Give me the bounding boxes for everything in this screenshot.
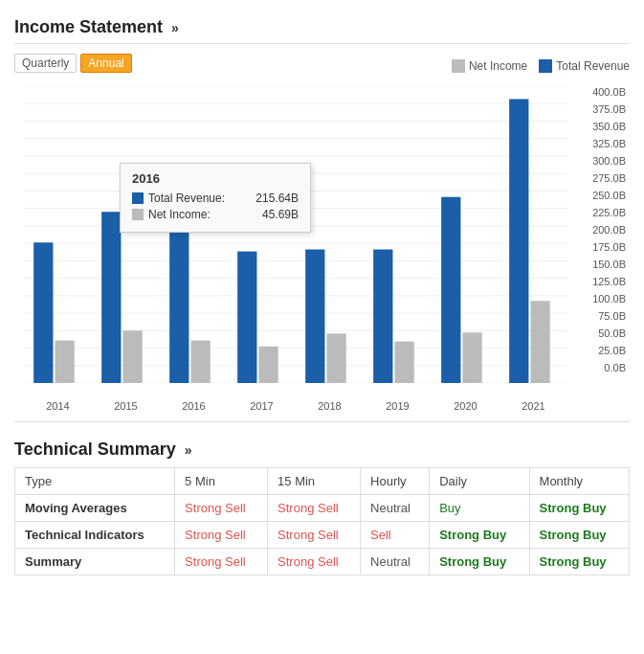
bar-2018-netincome [326, 333, 345, 383]
col-hourly: Hourly [361, 468, 430, 495]
cell-2: Strong Sell [268, 549, 361, 575]
x-label-2014: 2014 [24, 400, 92, 412]
chart-svg-container: 2016 Total Revenue: 215.64B Net Income: [24, 86, 567, 383]
y-label: 25.0B [598, 345, 626, 356]
cell-3: Sell [361, 522, 430, 549]
col-15min: 15 Min [268, 468, 361, 495]
y-axis: 400.0B 375.0B 350.0B 325.0B 300.0B 275.0… [572, 86, 630, 373]
tooltip-revenue-row: Total Revenue: 215.64B [132, 192, 299, 205]
y-label: 175.0B [592, 241, 626, 253]
chart-tooltip: 2016 Total Revenue: 215.64B Net Income: [120, 163, 311, 233]
net-income-legend-label: Net Income [469, 59, 527, 73]
bar-2021-revenue[interactable] [509, 99, 528, 383]
x-label-2015: 2015 [92, 400, 160, 412]
bar-2015-revenue[interactable] [101, 212, 121, 383]
bar-2020-netincome [462, 332, 481, 383]
y-label: 200.0B [592, 224, 626, 236]
legend-net-income: Net Income [452, 59, 527, 73]
y-label: 350.0B [592, 121, 626, 132]
technical-summary-section: Technical Summary » Type 5 Min 15 Min Ho… [14, 432, 630, 575]
cell-5: Strong Buy [529, 522, 629, 549]
y-label: 50.0B [598, 327, 626, 339]
y-label: 150.0B [592, 259, 626, 270]
y-label: 75.0B [598, 310, 626, 322]
tooltip-netincome-text: Net Income: [148, 208, 211, 221]
technical-summary-table: Type 5 Min 15 Min Hourly Daily Monthly M… [14, 467, 630, 575]
cell-4: Strong Buy [430, 522, 529, 549]
x-label-2019: 2019 [364, 400, 432, 412]
chart-area: 400.0B 375.0B 350.0B 325.0B 300.0B 275.0… [14, 86, 630, 412]
col-daily: Daily [430, 468, 529, 495]
cell-4: Buy [430, 495, 529, 522]
technical-summary-link[interactable]: » [185, 442, 192, 458]
y-label: 325.0B [592, 138, 626, 149]
net-income-legend-box [452, 59, 465, 73]
chart-legend: Net Income Total Revenue [452, 59, 630, 73]
quarterly-button[interactable]: Quarterly [14, 54, 77, 73]
tooltip-revenue-text: Total Revenue: [148, 192, 225, 205]
bar-2021-netincome [530, 301, 549, 383]
income-statement-section: Income Statement » Quarterly Annual Net … [14, 10, 630, 412]
y-label: 275.0B [592, 172, 626, 184]
y-label: 300.0B [592, 155, 626, 167]
cell-2: Strong Sell [268, 495, 361, 522]
cell-1: Strong Sell [175, 495, 268, 522]
table-row: Technical IndicatorsStrong SellStrong Se… [15, 522, 630, 549]
col-5min: 5 Min [175, 468, 268, 495]
bar-2014-revenue[interactable] [33, 242, 53, 383]
tooltip-year: 2016 [132, 171, 299, 186]
income-statement-link[interactable]: » [171, 20, 179, 35]
x-axis: 2014 2015 2016 2017 2018 2019 2020 2021 [24, 396, 567, 412]
x-label-2020: 2020 [432, 400, 500, 412]
bar-2019-netincome [394, 342, 413, 383]
y-label: 100.0B [592, 293, 626, 304]
bar-2016-netincome [190, 341, 210, 383]
bar-2014-netincome [55, 341, 74, 383]
tooltip-gray-box [132, 209, 144, 220]
legend-total-revenue: Total Revenue [539, 59, 630, 73]
cell-0: Moving Averages [15, 495, 175, 522]
tooltip-revenue-value: 215.64B [255, 192, 299, 205]
chart-controls: Quarterly Annual [14, 54, 132, 73]
cell-0: Summary [15, 549, 175, 575]
bar-2018-revenue[interactable] [305, 250, 324, 384]
bar-2016-revenue[interactable] [169, 224, 189, 383]
y-label: 400.0B [592, 86, 626, 98]
bar-2019-revenue[interactable] [373, 250, 392, 384]
cell-2: Strong Sell [268, 522, 361, 549]
cell-1: Strong Sell [175, 522, 268, 549]
cell-4: Strong Buy [430, 549, 529, 575]
x-label-2021: 2021 [500, 400, 567, 412]
cell-5: Strong Buy [529, 495, 629, 522]
y-label: 250.0B [592, 190, 626, 201]
bar-2017-netincome [258, 347, 278, 383]
bar-2017-revenue[interactable] [237, 252, 256, 383]
y-label: 225.0B [592, 207, 626, 218]
income-statement-title: Income Statement » [14, 10, 630, 44]
tooltip-netincome-label: Net Income: [132, 208, 211, 221]
section-divider [14, 421, 630, 422]
tooltip-blue-box [132, 192, 144, 204]
col-monthly: Monthly [529, 468, 629, 495]
annual-button[interactable]: Annual [80, 54, 131, 73]
col-type: Type [15, 468, 175, 495]
cell-1: Strong Sell [175, 549, 268, 575]
x-label-2017: 2017 [228, 400, 296, 412]
table-row: SummaryStrong SellStrong SellNeutralStro… [15, 549, 630, 575]
table-row: Moving AveragesStrong SellStrong SellNeu… [15, 495, 630, 522]
x-label-2018: 2018 [296, 400, 364, 412]
cell-3: Neutral [361, 549, 430, 575]
y-label: 375.0B [592, 103, 626, 115]
bar-2020-revenue[interactable] [441, 197, 460, 383]
technical-summary-title: Technical Summary » [14, 432, 630, 467]
tooltip-netincome-row: Net Income: 45.69B [132, 208, 299, 221]
tooltip-netincome-value: 45.69B [262, 208, 299, 221]
y-label: 125.0B [592, 276, 626, 287]
cell-5: Strong Buy [529, 549, 629, 575]
y-label: 0.0B [604, 362, 626, 373]
bar-chart-svg [24, 86, 567, 383]
total-revenue-legend-label: Total Revenue [556, 59, 630, 73]
cell-0: Technical Indicators [15, 522, 175, 549]
x-label-2016: 2016 [160, 400, 228, 412]
bar-2015-netincome [122, 330, 142, 383]
